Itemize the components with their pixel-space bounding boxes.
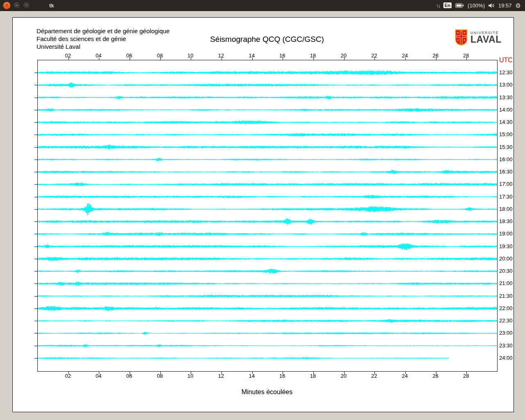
x-tick-label: 22 — [371, 373, 377, 379]
trace-tick-mark — [34, 73, 37, 73]
trace-tick-mark — [34, 358, 37, 358]
plot-area — [37, 60, 498, 372]
utc-time-label: 16:00 — [499, 156, 513, 162]
trace-tick-mark — [34, 147, 37, 148]
utc-time-label: 18:00 — [499, 206, 513, 212]
trace-tick-mark — [34, 209, 37, 210]
laval-logo-line2: LAVAL — [470, 35, 502, 44]
volume-icon[interactable] — [488, 3, 495, 8]
utc-time-label: 20:00 — [499, 256, 513, 262]
battery-icon[interactable] — [455, 3, 464, 8]
x-tick-label: 04 — [96, 373, 101, 379]
x-tick-label: 20 — [340, 52, 346, 59]
x-tick-label: 26 — [432, 373, 438, 379]
settings-gear-icon[interactable]: ⚙ — [516, 2, 521, 9]
close-icon: × — [6, 3, 8, 7]
x-tick-label: 06 — [126, 52, 132, 59]
x-tick-label: 10 — [187, 52, 193, 59]
keyboard-layout-indicator[interactable]: En — [443, 2, 452, 8]
trace-tick-mark — [34, 283, 37, 284]
trace-tick-mark — [34, 135, 37, 135]
x-tick-label: 10 — [187, 373, 193, 379]
utc-time-label: 16:30 — [499, 169, 513, 175]
utc-time-label: 23:30 — [499, 342, 513, 349]
trace-tick-mark — [34, 308, 37, 309]
x-tick-label: 26 — [432, 52, 438, 59]
x-tick-label: 14 — [249, 373, 254, 379]
trace-tick-mark — [34, 122, 37, 123]
x-tick-label: 24 — [402, 52, 408, 59]
trace-tick-mark — [34, 259, 37, 259]
x-tick-label: 28 — [463, 52, 469, 59]
utc-time-label: 23:00 — [499, 330, 513, 336]
x-tick-label: 16 — [279, 52, 285, 59]
window-controls: × – ▫ — [0, 2, 30, 9]
trace-tick-mark — [34, 172, 37, 172]
laval-logo: UNIVERSITÉ LAVAL — [455, 29, 502, 48]
x-tick-label: 12 — [218, 52, 224, 59]
trace-tick-mark — [34, 234, 37, 234]
trace-tick-mark — [34, 85, 37, 85]
window-title: tk — [49, 2, 54, 9]
trace-tick-mark — [34, 296, 37, 297]
laval-shield-icon — [455, 29, 468, 48]
institution-line-1: Département de géologie et de génie géol… — [37, 27, 169, 34]
trace-tick-mark — [34, 98, 37, 98]
x-tick-label: 08 — [157, 373, 162, 379]
x-tick-label: 16 — [279, 373, 285, 379]
page-title: Séismographe QCQ (CGC/GSC) — [37, 35, 497, 44]
window-close-button[interactable]: × — [3, 2, 11, 9]
trace-tick-mark — [34, 197, 37, 197]
utc-time-label: 13:00 — [499, 82, 513, 88]
system-tray: ↑↓ En (100%) 19:57 ⚙ — [436, 2, 525, 9]
utc-time-label: 17:00 — [499, 181, 513, 187]
seismograph-window: Département de géologie et de génie géol… — [12, 17, 514, 412]
institution-line-3: Université Laval — [37, 43, 80, 50]
topbar: × – ▫ tk ↑↓ En (100%) 19:57 ⚙ — [0, 0, 525, 11]
utc-time-label: 21:00 — [499, 280, 513, 286]
x-tick-label: 18 — [310, 373, 316, 379]
utc-time-label: 15:30 — [499, 144, 513, 150]
battery-percent-label: (100%) — [468, 2, 485, 9]
x-tick-label: 14 — [249, 52, 254, 59]
x-tick-label: 08 — [157, 52, 162, 59]
x-tick-label: 18 — [310, 52, 316, 59]
x-tick-label: 24 — [402, 373, 408, 379]
utc-time-label: 24:00 — [499, 355, 513, 361]
utc-time-label: 12:30 — [499, 69, 513, 75]
trace-tick-mark — [34, 184, 37, 185]
utc-time-label: 18:30 — [499, 218, 513, 224]
updown-arrows-icon[interactable]: ↑↓ — [436, 2, 440, 9]
utc-time-label: 19:00 — [499, 231, 513, 237]
window-maximize-button[interactable]: ▫ — [23, 2, 30, 9]
x-tick-label: 02 — [65, 373, 71, 379]
x-tick-label: 20 — [340, 373, 346, 379]
x-tick-label: 28 — [463, 373, 469, 379]
seismograph-canvas — [38, 60, 497, 371]
utc-time-label: 14:30 — [499, 119, 513, 125]
utc-time-label: 19:30 — [499, 243, 513, 249]
clock-label[interactable]: 19:57 — [498, 2, 512, 9]
window-minimize-button[interactable]: – — [13, 2, 21, 9]
x-axis-title: Minutes écoulées — [37, 388, 497, 396]
trace-tick-mark — [34, 346, 37, 346]
trace-tick-mark — [34, 110, 37, 110]
x-tick-label: 12 — [218, 373, 224, 379]
laval-logo-text: UNIVERSITÉ LAVAL — [470, 29, 502, 44]
utc-time-label: 15:00 — [499, 131, 513, 137]
trace-tick-mark — [34, 271, 37, 272]
maximize-icon: ▫ — [26, 3, 27, 7]
utc-time-label: 20:30 — [499, 268, 513, 274]
trace-tick-mark — [34, 221, 37, 222]
x-tick-label: 04 — [96, 52, 101, 59]
x-tick-label: 06 — [126, 373, 132, 379]
utc-time-label: 22:00 — [499, 305, 513, 311]
utc-time-label: 21:30 — [499, 293, 513, 299]
utc-time-label: 17:30 — [499, 194, 513, 200]
trace-tick-mark — [34, 160, 37, 160]
utc-time-label: 13:30 — [499, 94, 513, 100]
utc-header-label: UTC — [499, 57, 513, 64]
x-tick-label: 22 — [371, 52, 377, 59]
trace-tick-mark — [34, 247, 37, 247]
x-tick-label: 02 — [65, 52, 71, 59]
